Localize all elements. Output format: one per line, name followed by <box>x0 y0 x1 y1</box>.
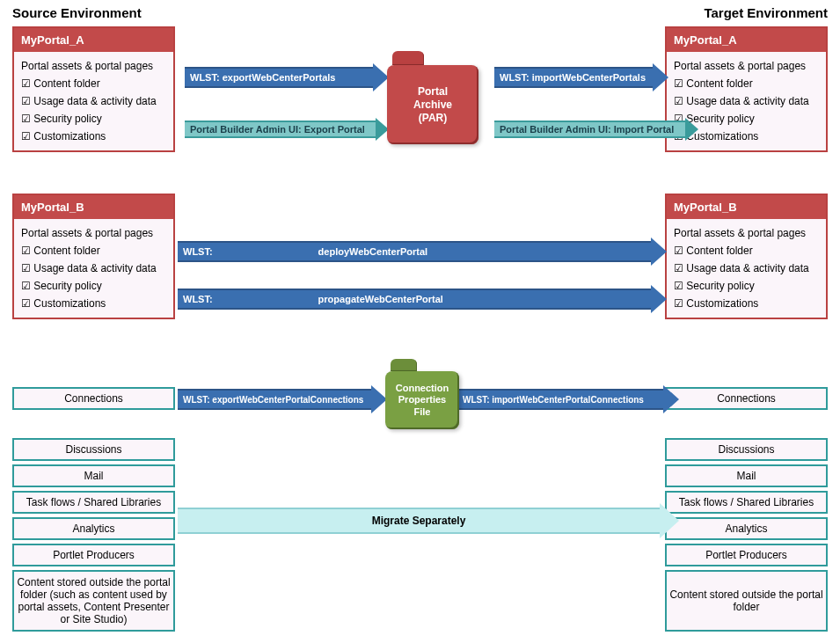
portal-item: ☑ Customizations <box>21 295 166 312</box>
box-label: Content stored outside the portal folder <box>668 588 824 613</box>
arrow-deploy: WLST:deployWebCenterPortal <box>178 237 667 266</box>
portal-item: ☑ Security policy <box>21 110 166 128</box>
arrow-export-connections: WLST: exportWebCenterPortalConnections <box>178 385 387 413</box>
source-taskflows-box: Task flows / Shared Libraries <box>12 491 175 514</box>
box-label: Discussions <box>718 443 774 456</box>
folder-label: Connection <box>396 383 449 394</box>
arrow-label: WLST: exportWebCenterPortals <box>190 72 335 83</box>
box-label: Discussions <box>65 443 121 456</box>
box-label: Content stored outside the portal folder… <box>16 576 172 625</box>
portal-item: ☑ Content folder <box>21 242 166 259</box>
box-label: Analytics <box>725 522 767 535</box>
source-portlet-box: Portlet Producers <box>12 544 175 566</box>
source-content-outside-box: Content stored outside the portal folder… <box>12 570 175 632</box>
folder-label: Properties <box>398 394 446 406</box>
box-label: Task flows / Shared Libraries <box>679 496 814 508</box>
source-mail-box: Mail <box>12 464 175 487</box>
folder-label: Archive <box>413 99 452 112</box>
arrow-import-connections: WLST: importWebCenterPortalConnections <box>457 385 679 413</box>
arrow-label: WLST: importWebCenterPortals <box>500 72 646 83</box>
portal-archive-folder: Portal Archive (PAR) <box>387 51 478 144</box>
arrow-export-portals: WLST: exportWebCenterPortals <box>185 63 389 91</box>
source-analytics-box: Analytics <box>12 517 175 540</box>
portal-b-header: MyPortal_B <box>14 195 173 219</box>
portal-a-body: Portal assets & portal pages ☑ Content f… <box>14 52 173 150</box>
portal-a-header: MyPortal_A <box>14 28 173 52</box>
portal-item: ☑ Usage data & activity data <box>674 259 819 277</box>
source-discussions-box: Discussions <box>12 438 175 461</box>
arrow-import-ui: Portal Builder Admin UI: Import Portal <box>494 118 698 141</box>
box-label: Connections <box>64 392 123 405</box>
box-label: Task flows / Shared Libraries <box>26 496 161 508</box>
target-analytics-box: Analytics <box>665 517 828 540</box>
folder-label: Portal <box>418 85 448 99</box>
portal-item: ☑ Usage data & activity data <box>674 92 819 110</box>
source-portal-a: MyPortal_A Portal assets & portal pages … <box>12 26 175 152</box>
source-connections-box: Connections <box>12 387 175 410</box>
portal-item: ☑ Content folder <box>674 75 819 92</box>
folder-label: File <box>414 406 431 418</box>
arrow-label: WLST: importWebCenterPortalConnections <box>463 395 644 405</box>
portal-item: ☑ Customizations <box>21 128 166 145</box>
box-label: Portlet Producers <box>705 549 787 561</box>
portal-item: ☑ Customizations <box>674 295 819 312</box>
target-taskflows-box: Task flows / Shared Libraries <box>665 491 828 514</box>
arrow-propagate: WLST:propagateWebCenterPortal <box>178 285 667 313</box>
portal-item: Portal assets & portal pages <box>674 224 819 242</box>
arrow-label: propagateWebCenterPortal <box>318 294 443 304</box>
portal-item: ☑ Security policy <box>21 277 166 295</box>
arrow-import-portals: WLST: importWebCenterPortals <box>494 63 668 91</box>
portal-b-header: MyPortal_B <box>667 195 826 219</box>
arrow-label: Migrate Separately <box>372 515 466 527</box>
portal-item: ☑ Content folder <box>21 75 166 92</box>
folder-label: (PAR) <box>419 112 447 125</box>
portal-item: ☑ Security policy <box>674 277 819 295</box>
portal-item: ☑ Usage data & activity data <box>21 92 166 110</box>
portal-item: ☑ Usage data & activity data <box>21 259 166 277</box>
box-label: Analytics <box>72 522 114 535</box>
box-label: Portlet Producers <box>53 549 135 561</box>
portal-b-body: Portal assets & portal pages ☑ Content f… <box>667 219 826 318</box>
portal-a-header: MyPortal_A <box>667 28 826 52</box>
arrow-prefix: WLST: <box>183 294 213 304</box>
portal-item: ☑ Content folder <box>674 242 819 259</box>
arrow-label: Portal Builder Admin UI: Import Portal <box>500 124 674 135</box>
box-label: Mail <box>84 470 103 482</box>
arrow-export-ui: Portal Builder Admin UI: Export Portal <box>185 118 389 141</box>
box-label: Connections <box>717 392 776 405</box>
target-connections-box: Connections <box>665 387 828 410</box>
target-discussions-box: Discussions <box>665 438 828 461</box>
arrow-prefix: WLST: <box>183 246 213 257</box>
source-portal-b: MyPortal_B Portal assets & portal pages … <box>12 194 175 319</box>
arrow-label: WLST: exportWebCenterPortalConnections <box>183 395 363 405</box>
portal-b-body: Portal assets & portal pages ☑ Content f… <box>14 219 173 318</box>
source-env-title: Source Environment <box>12 5 142 20</box>
box-label: Mail <box>736 470 756 482</box>
portal-item: Portal assets & portal pages <box>21 57 166 75</box>
arrow-migrate-separately: Migrate Separately <box>178 503 679 538</box>
arrow-label: Portal Builder Admin UI: Export Portal <box>190 124 365 135</box>
target-mail-box: Mail <box>665 464 828 487</box>
target-portlet-box: Portlet Producers <box>665 544 828 566</box>
target-env-title: Target Environment <box>704 5 828 20</box>
portal-item: Portal assets & portal pages <box>674 57 819 75</box>
connection-properties-folder: Connection Properties File <box>385 359 459 429</box>
target-content-outside-box: Content stored outside the portal folder <box>665 570 828 632</box>
arrow-label: deployWebCenterPortal <box>318 246 428 257</box>
target-portal-b: MyPortal_B Portal assets & portal pages … <box>665 194 828 319</box>
diagram-canvas: Source Environment Target Environment My… <box>0 0 840 643</box>
portal-item: Portal assets & portal pages <box>21 224 166 242</box>
